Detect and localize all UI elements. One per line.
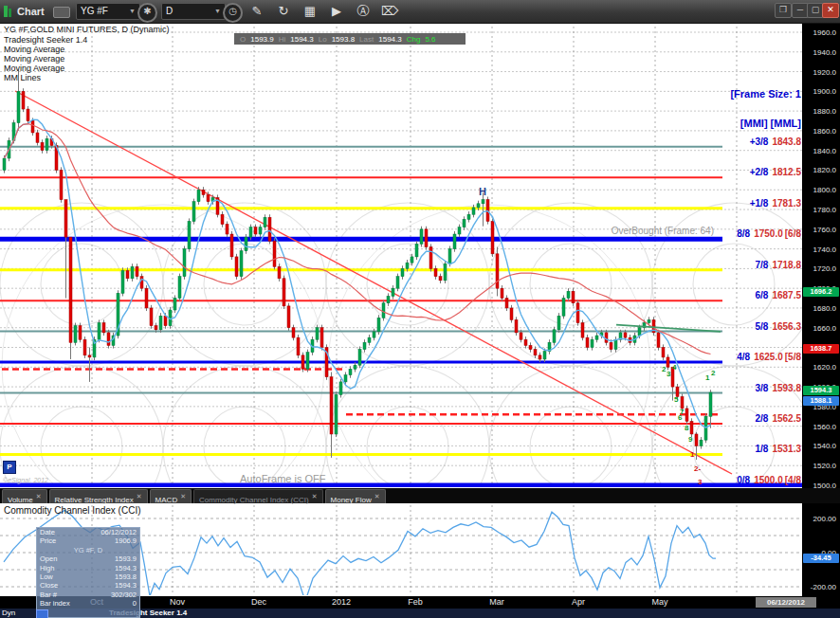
mml-price: 1718.8 bbox=[772, 260, 801, 270]
change-label: Chg bbox=[407, 35, 421, 44]
tab-volume[interactable]: Volume✕ bbox=[2, 489, 47, 503]
mml-price: 1812.5 bbox=[772, 167, 801, 177]
candle-body bbox=[501, 288, 503, 298]
price-tick-label: 1540.0 bbox=[802, 442, 836, 450]
data-tooltip-panel[interactable]: Date06/12/2012Price1906.9YG #F, DOpen159… bbox=[36, 527, 140, 618]
draw-tool-button[interactable]: ✎ bbox=[248, 4, 265, 19]
mml-arc bbox=[693, 244, 775, 325]
tooltip-row-value: 302/302 bbox=[111, 591, 137, 599]
play-button[interactable]: ▶ bbox=[328, 4, 345, 19]
reload-button[interactable]: ↻ bbox=[275, 4, 292, 19]
symbol-combo[interactable]: YG #F ▼ bbox=[76, 3, 140, 20]
symbol-settings-button[interactable]: ✱ bbox=[137, 3, 157, 23]
candle-body bbox=[264, 217, 266, 227]
tooltip-row-label: Low bbox=[40, 573, 53, 581]
legend-mm-lines[interactable]: MM Lines bbox=[4, 73, 41, 82]
last-value: 1594.3 bbox=[378, 35, 401, 44]
mmi-mml-label: [MMI] [MML] bbox=[664, 118, 801, 129]
legend-moving-average-2[interactable]: Moving Average bbox=[4, 54, 64, 64]
mml-price: 1531.3 bbox=[772, 444, 801, 454]
candle-body bbox=[472, 208, 475, 214]
status-mini-icon[interactable] bbox=[36, 609, 48, 618]
candle-body bbox=[562, 299, 565, 317]
legend-moving-average-1[interactable]: Moving Average bbox=[4, 45, 64, 54]
candle-body bbox=[415, 244, 418, 257]
minimize-icon: ─ bbox=[797, 5, 803, 14]
pivot-badge[interactable]: P bbox=[3, 461, 16, 474]
tab-label: Commodity Channel Index (CCI) bbox=[199, 496, 309, 504]
legend-moving-average-3[interactable]: Moving Average bbox=[4, 64, 64, 73]
candle-body bbox=[69, 237, 72, 342]
tab-money-flow[interactable]: Money Flow✕ bbox=[325, 489, 386, 503]
mml-level-label: +2/81812.5 bbox=[718, 167, 801, 177]
price-tick-label: 1860.0 bbox=[802, 127, 836, 136]
tooltip-row-label: Date bbox=[40, 528, 55, 536]
mml-price: 1781.3 bbox=[772, 198, 801, 209]
candle-body bbox=[581, 323, 584, 338]
candle-body bbox=[159, 316, 162, 330]
candle-body bbox=[226, 225, 228, 234]
seeker-count: 8 bbox=[685, 424, 689, 432]
price-tick-label: 1780.0 bbox=[802, 206, 836, 214]
candle-body bbox=[425, 229, 428, 247]
tab-close-icon[interactable]: ✕ bbox=[137, 493, 142, 500]
time-interval-button[interactable]: ◷ bbox=[223, 3, 243, 23]
candle-body bbox=[292, 328, 295, 337]
candle-body bbox=[662, 348, 665, 357]
cci-tick-label: -200.00 bbox=[802, 583, 836, 591]
price-tick-label: 1880.0 bbox=[802, 107, 836, 116]
restore-button[interactable]: ❐ bbox=[775, 3, 792, 18]
high-value: 1594.3 bbox=[290, 35, 313, 44]
open-label: O bbox=[240, 35, 246, 44]
candle-body bbox=[183, 249, 186, 277]
candle-body bbox=[164, 316, 167, 325]
auto-tool-button[interactable]: Ⓐ bbox=[355, 4, 372, 19]
mml-level-label: 2/81562.5 bbox=[718, 413, 801, 424]
candle-body bbox=[330, 377, 333, 434]
mml-level-label: 3/81593.8 bbox=[718, 383, 801, 393]
month-label-nov: Nov bbox=[163, 597, 192, 607]
candle-body bbox=[491, 222, 494, 254]
candle-body bbox=[463, 219, 466, 227]
mml-fraction: +3/8 bbox=[750, 136, 769, 147]
interval-combo[interactable]: D ▼ bbox=[161, 3, 226, 20]
tooltip-row: Date06/12/2012 bbox=[37, 528, 139, 536]
candle-body bbox=[520, 333, 522, 339]
candle-body bbox=[467, 214, 470, 219]
template-label: Dyn bbox=[2, 609, 15, 618]
eraser-button[interactable]: ⌦ bbox=[381, 4, 398, 19]
mml-level-label: 7/81718.8 bbox=[718, 260, 801, 270]
link-badge-icon[interactable] bbox=[53, 7, 70, 18]
candle-body bbox=[88, 355, 91, 357]
mml-arc bbox=[41, 244, 122, 325]
quote-board-button[interactable]: ▦ bbox=[301, 4, 319, 19]
month-label-dec: Dec bbox=[245, 597, 273, 607]
mml-arc bbox=[328, 205, 650, 527]
mml-price: 1593.8 bbox=[772, 383, 801, 393]
tab-label: Volume bbox=[8, 496, 33, 504]
candle-body bbox=[79, 326, 82, 340]
tab-macd[interactable]: MACD✕ bbox=[150, 489, 192, 503]
price-tick-label: 1680.0 bbox=[802, 304, 836, 313]
close-button[interactable]: ✕ bbox=[822, 3, 839, 18]
clock-icon: ◷ bbox=[228, 6, 237, 16]
monitor-icon: ▦ bbox=[304, 4, 316, 18]
price-tick-label: 1940.0 bbox=[802, 48, 836, 57]
legend-seeker-study[interactable]: Tradesight Seeker 1.4 bbox=[4, 35, 87, 45]
month-label-2012: 2012 bbox=[327, 597, 356, 607]
legend-symbol[interactable]: YG #F,GOLD MINI FUTURES, D (Dynamic) bbox=[4, 25, 170, 34]
mml-fraction: 5/8 bbox=[756, 321, 769, 332]
tab-close-icon[interactable]: ✕ bbox=[312, 493, 318, 500]
tab-close-icon[interactable]: ✕ bbox=[374, 493, 380, 500]
candle-body bbox=[254, 227, 257, 234]
tab-close-icon[interactable]: ✕ bbox=[180, 493, 186, 500]
tab-commodity-channel-index-cci-[interactable]: Commodity Channel Index (CCI)✕ bbox=[193, 489, 322, 503]
candle-body bbox=[245, 237, 247, 251]
tab-relative-strength-index[interactable]: Relative Strength Index✕ bbox=[49, 489, 148, 503]
candle-body bbox=[667, 357, 669, 367]
symbol-value: YG #F bbox=[81, 4, 108, 19]
tab-close-icon[interactable]: ✕ bbox=[36, 493, 42, 500]
mml-fraction: 2/8 bbox=[756, 413, 769, 424]
price-tick-label: 1840.0 bbox=[802, 147, 836, 155]
seeker-count: 3 bbox=[667, 370, 671, 378]
